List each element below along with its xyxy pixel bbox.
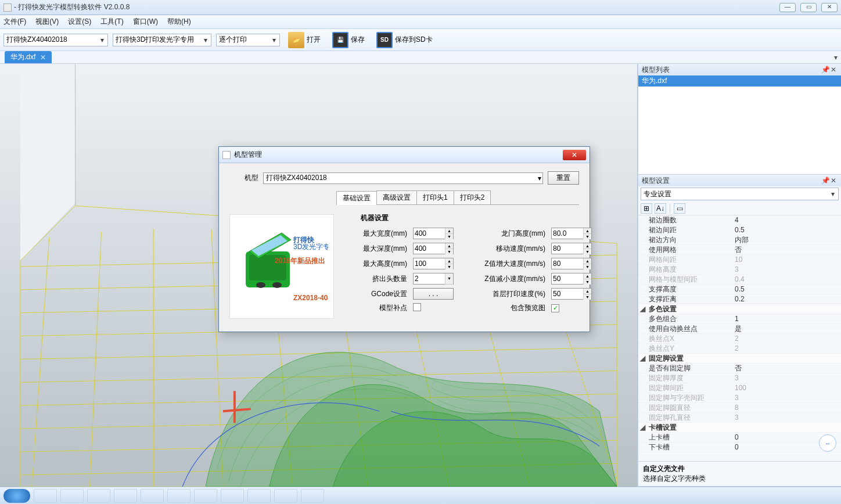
max-height-input[interactable]: ▲▼ [413, 258, 454, 269]
menu-tools[interactable]: 工具(T) [100, 17, 123, 27]
include-preview-checkbox[interactable] [551, 304, 559, 312]
z-down-speed-input[interactable]: ▲▼ [551, 273, 592, 285]
property-value[interactable]: 否 [732, 363, 841, 373]
property-row[interactable]: 使用网格否 [638, 245, 841, 255]
property-row[interactable]: 网格间距10 [638, 255, 841, 265]
first-layer-speed-input[interactable]: ▲▼ [551, 288, 592, 300]
property-row[interactable]: 多色组合1 [638, 314, 841, 324]
profile-combo[interactable]: 打得快3D打印发光字专用 ▾ [113, 34, 211, 46]
property-row[interactable]: 固定脚圆直径8 [638, 403, 841, 413]
property-row[interactable]: 使用自动换丝点是 [638, 324, 841, 334]
footer-subtitle: 选择自定义字壳种类 [643, 474, 836, 484]
property-value[interactable]: 内部 [732, 235, 841, 245]
machine-combo[interactable]: 打得快ZX40402018 ▾ [3, 34, 108, 46]
window-maximize-button[interactable]: ▭ [800, 3, 817, 12]
pin-icon[interactable]: 📌 [821, 66, 829, 74]
tab-head1[interactable]: 打印头1 [416, 190, 454, 204]
taskbar-item[interactable] [194, 489, 217, 503]
taskbar-item[interactable] [60, 489, 84, 503]
menu-view[interactable]: 视图(V) [35, 17, 59, 27]
close-icon[interactable]: ✕ [829, 177, 838, 185]
property-row[interactable]: 固定脚与字壳间距3 [638, 393, 841, 403]
property-row[interactable]: 网格高度3 [638, 265, 841, 275]
property-value[interactable]: 0.5 [732, 285, 841, 293]
sort-categories-button[interactable]: ⊞ [641, 203, 652, 214]
property-name: 网格间距 [646, 255, 732, 265]
property-row[interactable]: 上卡槽0 [638, 433, 841, 442]
window-minimize-button[interactable]: — [779, 3, 796, 12]
max-width-input[interactable]: ▲▼ [413, 228, 454, 239]
property-page-button[interactable]: ▭ [674, 203, 685, 214]
tab-basic[interactable]: 基础设置 [336, 191, 377, 205]
model-list-item[interactable]: 华为.dxf [638, 75, 841, 87]
menu-settings[interactable]: 设置(S) [68, 17, 91, 27]
window-close-button[interactable]: ✕ [821, 3, 838, 12]
property-group[interactable]: ◢固定脚设置 [638, 354, 841, 363]
taskbar-item[interactable] [114, 489, 137, 503]
save-sd-button[interactable]: SD 保存到SD卡 [373, 31, 436, 49]
property-value[interactable]: 0.2 [732, 295, 841, 303]
property-row[interactable]: 下卡槽0 [638, 442, 841, 452]
property-row[interactable]: 网格与模型间距0.4 [638, 275, 841, 285]
sort-alpha-button[interactable]: A↓ [655, 203, 666, 214]
taskbar-item[interactable] [221, 489, 244, 503]
remote-assist-button[interactable]: ↔ [819, 434, 836, 452]
move-speed-input[interactable]: ▲▼ [551, 243, 592, 254]
property-row[interactable]: 固定脚间距100 [638, 383, 841, 393]
property-row[interactable]: 支撑高度0.5 [638, 285, 841, 294]
save-button[interactable]: 💾 保存 [329, 31, 368, 49]
spin-up-icon[interactable]: ▲ [445, 228, 453, 234]
print-mode-combo[interactable]: 逐个打印 ▾ [216, 34, 280, 46]
property-row[interactable]: 固定脚孔直径3 [638, 413, 841, 423]
print-mode-value: 逐个打印 [219, 35, 247, 45]
property-row[interactable]: 换丝点Y2 [638, 344, 841, 354]
start-button[interactable] [3, 489, 30, 503]
property-row[interactable]: 固定脚厚度3 [638, 373, 841, 383]
machine-select[interactable]: 打得快ZX40402018 ▾ [263, 172, 543, 184]
close-icon[interactable]: ✕ [40, 53, 46, 62]
property-row[interactable]: 裙边间距0.5 [638, 225, 841, 235]
taskbar-item[interactable] [34, 489, 57, 503]
taskbar-item[interactable] [301, 489, 324, 503]
property-value[interactable]: 4 [732, 216, 841, 224]
property-value[interactable]: 否 [732, 245, 841, 255]
document-tab[interactable]: 华为.dxf ✕ [5, 51, 52, 63]
close-icon[interactable]: ✕ [829, 66, 838, 74]
tab-advanced[interactable]: 高级设置 [376, 190, 417, 204]
extruders-select[interactable]: ▼ [413, 273, 454, 285]
gantry-height-input[interactable]: ▲▼ [551, 228, 592, 239]
property-group[interactable]: ◢多色设置 [638, 304, 841, 314]
property-row[interactable]: 支撑距离0.2 [638, 294, 841, 304]
property-list[interactable]: 裙边圈数4裙边间距0.5裙边方向内部使用网格否网格间距10网格高度3网格与模型间… [638, 215, 841, 461]
taskbar-item[interactable] [87, 489, 110, 503]
taskbar-item[interactable] [247, 489, 271, 503]
chevron-down-icon[interactable]: ▼ [445, 273, 453, 285]
tab-head2[interactable]: 打印头2 [454, 190, 491, 204]
reset-button[interactable]: 重置 [548, 171, 579, 185]
menu-help[interactable]: 帮助(H) [167, 17, 191, 27]
menu-window[interactable]: 窗口(W) [133, 17, 158, 27]
dialog-close-button[interactable]: ✕ [563, 150, 586, 160]
z-up-speed-input[interactable]: ▲▼ [551, 258, 592, 269]
open-button[interactable]: 📂 打开 [285, 31, 324, 49]
chevron-down-icon: ▾ [270, 36, 278, 44]
pin-icon[interactable]: 📌 [821, 177, 829, 185]
property-row[interactable]: 裙边方向内部 [638, 235, 841, 245]
document-tab-dropdown[interactable]: ▾ [831, 53, 841, 62]
settings-profile-combo[interactable]: 专业设置 ▾ [641, 188, 839, 200]
property-row[interactable]: 裙边圈数4 [638, 215, 841, 225]
property-row[interactable]: 是否有固定脚否 [638, 363, 841, 373]
taskbar-item[interactable] [141, 489, 164, 503]
taskbar-item[interactable] [274, 489, 297, 503]
property-group[interactable]: ◢卡槽设置 [638, 423, 841, 433]
max-depth-input[interactable]: ▲▼ [413, 243, 454, 254]
property-row[interactable]: 换丝点X2 [638, 334, 841, 344]
gcode-settings-button[interactable]: . . . [413, 288, 454, 300]
property-value[interactable]: 0.5 [732, 226, 841, 234]
spin-down-icon[interactable]: ▼ [445, 234, 453, 239]
model-patch-checkbox[interactable] [413, 303, 421, 311]
menu-file[interactable]: 文件(F) [3, 17, 26, 27]
property-value[interactable]: 是 [732, 324, 841, 334]
taskbar-item[interactable] [167, 489, 191, 503]
property-value[interactable]: 1 [732, 315, 841, 323]
